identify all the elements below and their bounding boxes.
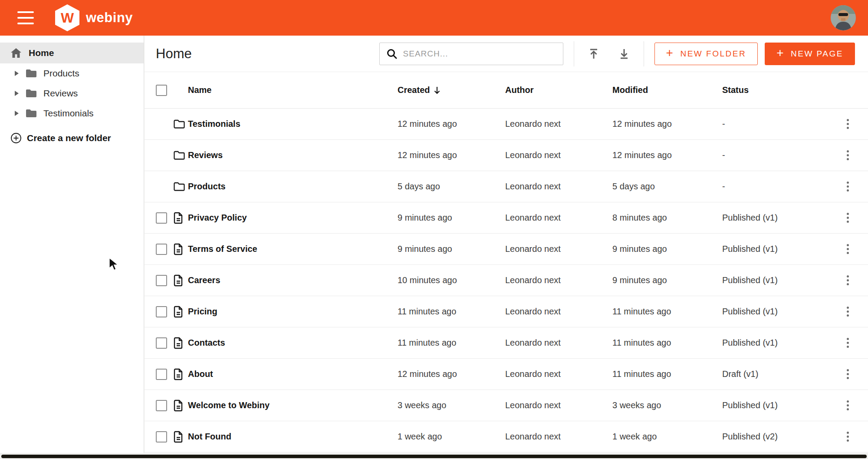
folder-icon xyxy=(25,69,37,78)
document-icon xyxy=(173,306,184,318)
row-modified: 12 minutes ago xyxy=(612,119,722,129)
table-row-privacy-policy[interactable]: Privacy Policy 9 minutes ago Leonardo ne… xyxy=(145,202,868,234)
row-created: 5 days ago xyxy=(398,182,505,192)
chevron-right-icon[interactable] xyxy=(14,110,19,117)
row-menu-button[interactable] xyxy=(843,397,852,414)
row-status: Published (v1) xyxy=(722,400,831,410)
row-checkbox[interactable] xyxy=(156,400,167,411)
row-menu-button[interactable] xyxy=(843,428,852,445)
row-checkbox[interactable] xyxy=(156,337,167,349)
row-menu-button[interactable] xyxy=(843,334,852,351)
row-status: - xyxy=(722,182,831,192)
row-checkbox[interactable] xyxy=(156,275,167,286)
plus-icon: + xyxy=(776,47,785,59)
row-menu-button[interactable] xyxy=(843,303,852,320)
row-author: Leonardo next xyxy=(505,119,612,129)
row-menu-button[interactable] xyxy=(843,178,852,195)
sidebar-item-reviews[interactable]: Reviews xyxy=(0,83,144,103)
row-name[interactable]: Careers xyxy=(188,275,398,285)
row-menu-button[interactable] xyxy=(843,209,852,226)
table-row-terms-of-service[interactable]: Terms of Service 9 minutes ago Leonardo … xyxy=(145,234,868,265)
horizontal-scrollbar[interactable] xyxy=(1,455,867,458)
row-created: 11 minutes ago xyxy=(398,307,505,317)
row-name[interactable]: Testimonials xyxy=(188,119,398,129)
row-author: Leonardo next xyxy=(505,432,612,442)
column-header-status[interactable]: Status xyxy=(722,85,831,95)
row-menu-button[interactable] xyxy=(843,241,852,258)
sidebar-home-label: Home xyxy=(29,48,54,58)
row-name[interactable]: Not Found xyxy=(188,432,398,442)
row-created: 11 minutes ago xyxy=(398,338,505,348)
row-name[interactable]: Contacts xyxy=(188,338,398,348)
row-checkbox[interactable] xyxy=(156,244,167,255)
toolbar: Home xyxy=(145,36,868,72)
select-all-checkbox[interactable] xyxy=(156,85,167,96)
download-icon xyxy=(618,47,631,60)
document-icon xyxy=(173,212,184,224)
table-row-not-found[interactable]: Not Found 1 week ago Leonardo next 1 wee… xyxy=(145,421,868,452)
row-checkbox[interactable] xyxy=(156,431,167,442)
row-status: Published (v1) xyxy=(722,338,831,348)
webiny-hexagon-icon: W xyxy=(54,3,81,32)
row-name[interactable]: Privacy Policy xyxy=(188,213,398,223)
table-row-pricing[interactable]: Pricing 11 minutes ago Leonardo next 11 … xyxy=(145,296,868,327)
row-status: Published (v1) xyxy=(722,307,831,317)
plus-icon: + xyxy=(666,47,674,59)
avatar-photo-icon xyxy=(831,5,856,30)
row-modified: 9 minutes ago xyxy=(612,244,722,254)
search-box[interactable] xyxy=(379,43,563,65)
sidebar-item-testimonials[interactable]: Testimonials xyxy=(0,103,144,123)
row-checkbox[interactable] xyxy=(156,369,167,380)
row-modified: 5 days ago xyxy=(612,182,722,192)
new-page-button[interactable]: + NEW PAGE xyxy=(765,43,855,65)
table-header: Name Created Author Modified Status xyxy=(145,72,868,109)
column-header-name[interactable]: Name xyxy=(188,85,398,95)
sidebar-item-products[interactable]: Products xyxy=(0,63,144,83)
export-pages-button[interactable] xyxy=(615,45,633,63)
column-header-modified[interactable]: Modified xyxy=(612,85,722,95)
table-row-careers[interactable]: Careers 10 minutes ago Leonardo next 9 m… xyxy=(145,265,868,296)
row-created: 3 weeks ago xyxy=(398,400,505,410)
row-checkbox[interactable] xyxy=(156,306,167,317)
search-input[interactable] xyxy=(403,49,557,59)
user-avatar[interactable] xyxy=(831,5,856,30)
column-header-created[interactable]: Created xyxy=(398,85,505,95)
row-name[interactable]: Reviews xyxy=(188,150,398,160)
menu-icon[interactable] xyxy=(17,11,34,24)
toolbar-divider xyxy=(574,41,574,66)
column-header-author[interactable]: Author xyxy=(505,85,612,95)
row-menu-button[interactable] xyxy=(843,366,852,383)
row-modified: 11 minutes ago xyxy=(612,307,722,317)
table-row-about[interactable]: About 12 minutes ago Leonardo next 11 mi… xyxy=(145,359,868,390)
row-name[interactable]: About xyxy=(188,369,398,379)
row-modified: 8 minutes ago xyxy=(612,213,722,223)
chevron-right-icon[interactable] xyxy=(14,70,19,77)
row-menu-button[interactable] xyxy=(843,272,852,289)
row-modified: 12 minutes ago xyxy=(612,150,722,160)
table-row-reviews[interactable]: Reviews 12 minutes ago Leonardo next 12 … xyxy=(145,140,868,171)
sort-desc-icon xyxy=(433,86,441,95)
create-folder-button[interactable]: Create a new folder xyxy=(0,129,111,148)
row-name[interactable]: Pricing xyxy=(188,307,398,317)
sidebar-item-home[interactable]: Home xyxy=(0,43,144,63)
table-row-products[interactable]: Products 5 days ago Leonardo next 5 days… xyxy=(145,171,868,202)
table-row-welcome-to-webiny[interactable]: Welcome to Webiny 3 weeks ago Leonardo n… xyxy=(145,390,868,421)
webiny-logo[interactable]: W webiny xyxy=(54,3,133,32)
new-folder-button[interactable]: + NEW FOLDER xyxy=(654,43,758,65)
row-menu-button[interactable] xyxy=(843,116,852,132)
import-pages-button[interactable] xyxy=(585,45,603,63)
document-icon xyxy=(173,274,184,287)
home-icon xyxy=(10,48,22,58)
table-row-testimonials[interactable]: Testimonials 12 minutes ago Leonardo nex… xyxy=(145,109,868,140)
row-name[interactable]: Products xyxy=(188,182,398,192)
row-name[interactable]: Terms of Service xyxy=(188,244,398,254)
row-author: Leonardo next xyxy=(505,275,612,285)
row-name[interactable]: Welcome to Webiny xyxy=(188,400,398,410)
row-checkbox[interactable] xyxy=(156,212,167,224)
table-row-contacts[interactable]: Contacts 11 minutes ago Leonardo next 11… xyxy=(145,327,868,359)
search-icon xyxy=(386,48,398,60)
row-author: Leonardo next xyxy=(505,307,612,317)
chevron-right-icon[interactable] xyxy=(14,90,19,97)
row-menu-button[interactable] xyxy=(843,147,852,164)
table-body: Testimonials 12 minutes ago Leonardo nex… xyxy=(145,109,868,452)
